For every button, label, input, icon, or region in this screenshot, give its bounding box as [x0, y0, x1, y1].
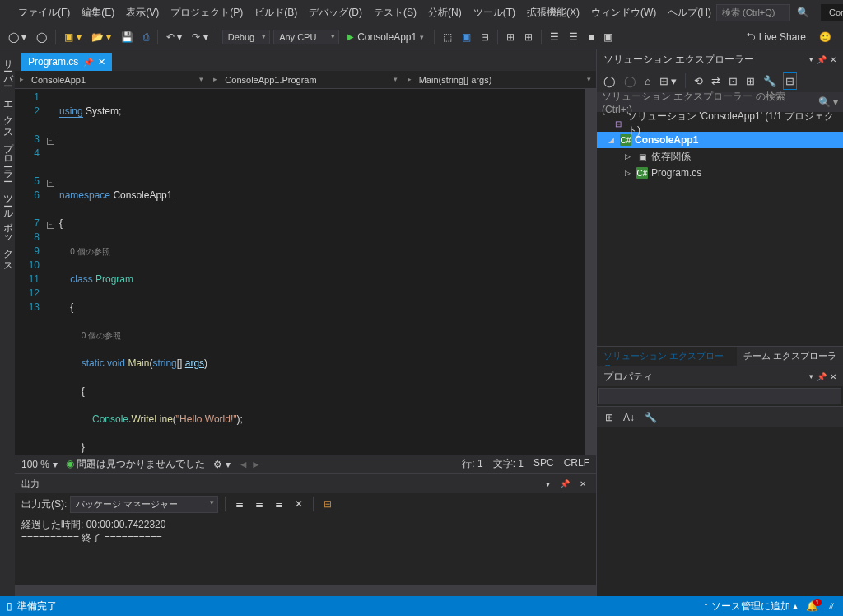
code-body[interactable]: using System; namespace ConsoleApp1 { 0 … [56, 89, 585, 455]
output-btn-3[interactable]: ≣ [272, 497, 286, 511]
toolbar-icon-9[interactable]: ▣ [600, 30, 616, 44]
tree-file-node[interactable]: ▷ C# Program.cs [597, 165, 843, 181]
toolbar-icon-6[interactable]: ☰ [547, 30, 562, 44]
tab-solution-explorer[interactable]: ソリューション エクスプローラー [597, 347, 737, 366]
toolbar-icon-5[interactable]: ⊞ [521, 30, 536, 44]
editor-tab-program-cs[interactable]: Program.cs 📌 ✕ [21, 53, 112, 71]
editor-tabstrip: Program.cs 📌 ✕ [15, 49, 596, 71]
panel-dropdown-icon[interactable]: ▾ [809, 372, 813, 380]
menu-debug[interactable]: デバッグ(D) [304, 2, 367, 23]
codelens-references[interactable]: 0 個の参照 [70, 247, 109, 256]
quick-launch-input[interactable]: 検索 (Ctrl+Q) [716, 4, 790, 21]
toolbar-icon-4[interactable]: ⊞ [503, 30, 518, 44]
nav-class-dropdown[interactable]: ConsoleApp1.Program [208, 73, 402, 86]
issues-indicator[interactable]: ◉ 問題は見つかりませんでした [66, 457, 205, 471]
tree-dependencies-node[interactable]: ▷ ▣ 依存関係 [597, 148, 843, 165]
solution-tree: ⊟ ソリューション 'ConsoleApp1' (1/1 プロジェクト) ◢ C… [597, 112, 843, 346]
nav-method-dropdown[interactable]: Main(string[] args) [403, 73, 596, 86]
feedback-icon[interactable]: 🙂 [819, 31, 831, 43]
live-share-button[interactable]: Live Share [759, 31, 806, 43]
tree-solution-node[interactable]: ⊟ ソリューション 'ConsoleApp1' (1/1 プロジェクト) [597, 115, 843, 132]
se-view-icon[interactable]: ⊞ ▾ [658, 73, 679, 89]
new-project-button[interactable]: ▣ ▾ [61, 30, 84, 44]
se-fwd-icon[interactable]: ◯ [622, 73, 638, 89]
line-ending[interactable]: CRLF [564, 457, 589, 471]
toolbar-icon-8[interactable]: ■ [585, 30, 597, 44]
toolbar-icon-3[interactable]: ⊟ [477, 30, 492, 44]
se-refresh-icon[interactable]: ⟲ [692, 73, 705, 89]
nav-project-dropdown[interactable]: ConsoleApp1 [15, 73, 208, 86]
menu-help[interactable]: ヘルプ(H) [663, 2, 716, 23]
toolbar-icon-7[interactable]: ☰ [566, 30, 581, 44]
indent-mode[interactable]: SPC [533, 457, 554, 471]
save-all-button[interactable]: ⎙ [140, 30, 152, 44]
panel-dropdown-icon[interactable]: ▾ [543, 478, 553, 490]
pin-icon[interactable]: 📌 [83, 58, 93, 67]
save-button[interactable]: 💾 [118, 30, 137, 44]
menu-project[interactable]: プロジェクト(P) [165, 2, 248, 23]
search-icon[interactable]: 🔍 [794, 7, 813, 18]
output-btn-4[interactable]: ✕ [291, 497, 306, 511]
undo-button[interactable]: ↶ ▾ [163, 30, 185, 44]
se-back-icon[interactable]: ◯ [602, 73, 617, 89]
fold-icon[interactable]: − [47, 222, 54, 229]
redo-button[interactable]: ↷ ▾ [189, 30, 211, 44]
solution-icon: ⊟ [613, 118, 624, 129]
se-preview-icon[interactable]: ⊟ [783, 72, 797, 90]
server-explorer-tab[interactable]: サーバー エクスプローラー [0, 53, 15, 178]
close-panel-icon[interactable]: ✕ [830, 372, 836, 381]
error-nav[interactable]: ⚙ ▾ [213, 459, 230, 470]
output-btn-2[interactable]: ≣ [252, 497, 267, 511]
toolbar-icon-2[interactable]: ▣ [459, 30, 474, 44]
source-control-button[interactable]: ↑ ソース管理に追加 ▴ [703, 600, 798, 614]
output-source-dropdown[interactable]: パッケージ マネージャー [70, 496, 218, 513]
horizontal-scrollbar[interactable] [15, 585, 596, 596]
close-tab-icon[interactable]: ✕ [98, 57, 105, 68]
toolbox-tab[interactable]: ツールボックス [0, 188, 15, 268]
notifications-button[interactable]: 🔔1 [806, 600, 818, 612]
solution-explorer-search[interactable]: ソリューション エクスプローラー の検索 (Ctrl+;) 🔍 ▾ [597, 92, 843, 112]
se-show-all-icon[interactable]: ⊡ [727, 73, 739, 89]
output-text[interactable]: 経過した時間: 00:00:00.7422320 ========== 終了 =… [15, 515, 596, 585]
start-debug-button[interactable]: ▶ ConsoleApp1 ▾ [342, 30, 429, 44]
toolbar-icon-1[interactable]: ⬚ [440, 30, 455, 44]
solution-explorer-title: ソリューション エクスプローラー [603, 53, 809, 67]
menu-edit[interactable]: 編集(E) [77, 2, 119, 23]
fold-icon[interactable]: − [47, 180, 54, 187]
open-file-button[interactable]: 📂 ▾ [88, 30, 114, 44]
menu-tools[interactable]: ツール(T) [468, 2, 520, 23]
code-editor[interactable]: 12345678910111213 −−− using System; name… [15, 89, 596, 455]
menu-test[interactable]: テスト(S) [369, 2, 422, 23]
se-collapse-icon[interactable]: ⇄ [710, 73, 722, 89]
pin-panel-icon[interactable]: 📌 [817, 55, 827, 64]
status-resize-grip[interactable]: ⫽ [827, 600, 836, 612]
properties-wrench-icon[interactable]: 🔧 [641, 410, 660, 425]
vertical-scrollbar[interactable] [585, 89, 596, 455]
solution-platform-dropdown[interactable]: Any CPU [273, 30, 339, 44]
pin-panel-icon[interactable]: 📌 [557, 478, 573, 490]
menu-file[interactable]: ファイル(F) [13, 2, 75, 23]
menu-window[interactable]: ウィンドウ(W) [586, 2, 661, 23]
alphabetical-icon[interactable]: A↓ [620, 410, 638, 425]
tab-team-explorer[interactable]: チーム エクスプローラー [737, 347, 843, 366]
menu-build[interactable]: ビルド(B) [249, 2, 302, 23]
close-panel-icon[interactable]: ✕ [576, 478, 589, 490]
se-properties-icon[interactable]: 🔧 [761, 73, 778, 89]
fold-icon[interactable]: − [47, 138, 54, 145]
output-btn-1[interactable]: ≣ [232, 497, 247, 511]
codelens-references[interactable]: 0 個の参照 [82, 331, 121, 340]
categorize-icon[interactable]: ⊞ [602, 410, 617, 425]
menu-analyze[interactable]: 分析(N) [423, 2, 467, 23]
solution-config-dropdown[interactable]: Debug [222, 30, 270, 44]
panel-dropdown-icon[interactable]: ▾ [809, 55, 813, 63]
zoom-level[interactable]: 100 % ▾ [21, 459, 58, 470]
menu-extensions[interactable]: 拡張機能(X) [522, 2, 585, 23]
se-sync-icon[interactable]: ⊞ [744, 73, 757, 89]
nav-back-button[interactable]: ◯ ▾ [5, 30, 30, 44]
pin-panel-icon[interactable]: 📌 [817, 372, 827, 381]
menu-view[interactable]: 表示(V) [121, 2, 164, 23]
nav-forward-button[interactable]: ◯ [33, 30, 50, 44]
close-panel-icon[interactable]: ✕ [830, 55, 836, 64]
se-home-icon[interactable]: ⌂ [643, 73, 653, 89]
output-btn-5[interactable]: ⊟ [320, 497, 335, 511]
